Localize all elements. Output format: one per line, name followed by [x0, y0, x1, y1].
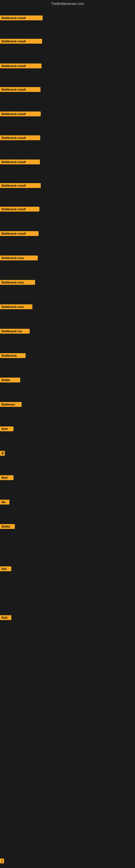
bottleneck-badge[interactable]: Bott: [0, 426, 13, 431]
bottleneck-badge-row: Bot: [0, 566, 11, 572]
bottleneck-badge-row: Bottleneck result: [0, 159, 40, 165]
bottleneck-badge[interactable]: Bottleneck resu: [0, 280, 35, 285]
bottleneck-badge-row: Bottleneck: [0, 353, 26, 359]
bottleneck-badge[interactable]: Bottleneck result: [0, 63, 42, 68]
bottleneck-badge[interactable]: Bottleneck resu: [0, 255, 38, 260]
bottleneck-badge[interactable]: Bottleneck result: [0, 87, 41, 92]
bottleneck-badge[interactable]: Bottleneck result: [0, 183, 41, 188]
site-header: TheBottlenecker.com: [0, 0, 135, 7]
bottleneck-badge-row: Bottleneck resu: [0, 255, 38, 261]
bottleneck-badge-row: Bottleneck resu: [0, 280, 35, 286]
bottleneck-badge-row: Bottleneck result: [0, 63, 42, 69]
bottleneck-badge[interactable]: Bottleneck result: [0, 135, 40, 140]
bottleneck-badge-row: Bottleneck result: [0, 87, 41, 93]
bottleneck-badge-row: Bolt: [0, 615, 11, 621]
bottleneck-badge-row: Bott: [0, 475, 13, 481]
bottleneck-badge-row: Bott: [0, 426, 13, 432]
bottleneck-badge-row: Bottle: [0, 524, 15, 530]
bottleneck-badge-row: Bottleneck res: [0, 329, 30, 335]
bottleneck-badge[interactable]: Bottleneck result: [0, 112, 41, 116]
bottleneck-badge[interactable]: Bottle: [0, 524, 15, 529]
bottleneck-badge-row: Bottleneck result: [0, 112, 41, 118]
bottleneck-badge-row: Bottleneck result: [0, 39, 42, 45]
bottleneck-badge[interactable]: Bottleneck resu: [0, 304, 32, 309]
bottleneck-badge-row: Bottleneck result: [0, 135, 40, 141]
bottleneck-badge[interactable]: Bottlenec: [0, 402, 21, 407]
bottleneck-badge-row: Bottle: [0, 378, 20, 383]
bottleneck-badge[interactable]: |: [0, 859, 4, 863]
bottleneck-badge-row: Bottleneck resu: [0, 304, 32, 310]
bottleneck-badge[interactable]: Bottleneck res: [0, 329, 30, 334]
bottleneck-badge[interactable]: Bo: [0, 500, 9, 504]
bottleneck-badge-row: |: [0, 859, 4, 865]
bottleneck-badge-row: Bottleneck result: [0, 207, 39, 213]
bottleneck-badge[interactable]: Bottle: [0, 378, 20, 382]
bottleneck-badge[interactable]: Bot: [0, 566, 11, 571]
bottleneck-badge-row: Bottlenec: [0, 402, 21, 408]
bottleneck-badge[interactable]: B: [0, 451, 5, 456]
bottleneck-badge-row: Bottleneck result: [0, 183, 41, 189]
bottleneck-badge-row: B: [0, 451, 5, 457]
bottleneck-badge[interactable]: Bottleneck: [0, 353, 26, 358]
bottleneck-badge-row: Bottleneck result: [0, 231, 39, 237]
bottleneck-badge-row: Bottleneck result: [0, 16, 43, 22]
bottleneck-badge[interactable]: Bottleneck result: [0, 39, 42, 44]
bottleneck-badge[interactable]: Bolt: [0, 615, 11, 620]
bottleneck-badge-row: Bo: [0, 500, 9, 506]
bottleneck-badge[interactable]: Bottleneck result: [0, 231, 39, 236]
bottleneck-badge[interactable]: Bottleneck result: [0, 159, 40, 164]
bottleneck-badge[interactable]: Bottleneck result: [0, 207, 39, 212]
bottleneck-badge[interactable]: Bott: [0, 475, 13, 480]
bottleneck-badge[interactable]: Bottleneck result: [0, 16, 43, 20]
